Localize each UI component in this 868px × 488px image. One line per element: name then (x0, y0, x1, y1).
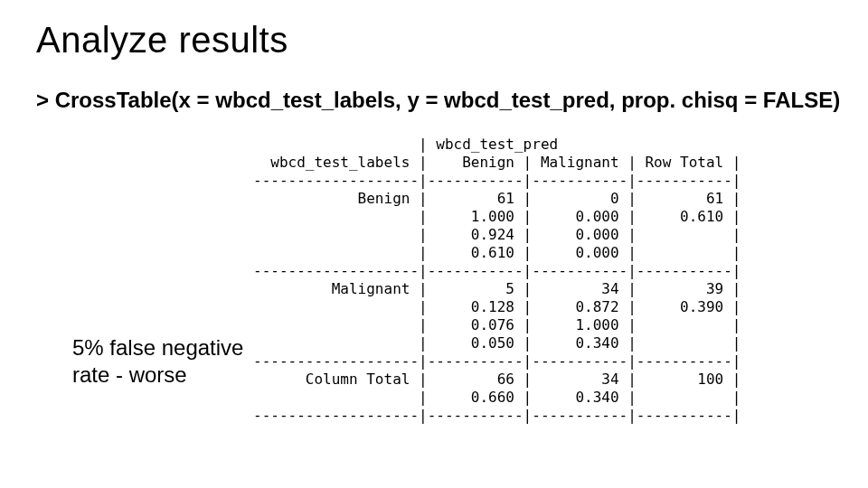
table-header-columns: wbcd_test_labels | Benign | Malignant | … (253, 154, 741, 171)
table-row: Malignant | 5 | 34 | 39 | (253, 280, 741, 297)
cross-table-output: | wbcd_test_pred wbcd_test_labels | Beni… (253, 136, 741, 425)
table-divider: -------------------|-----------|--------… (253, 172, 741, 189)
table-row: Benign | 61 | 0 | 61 | (253, 190, 741, 207)
table-header-top: | wbcd_test_pred (253, 136, 558, 153)
table-row: | 0.050 | 0.340 | | (253, 334, 741, 352)
table-row: | 0.660 | 0.340 | | (253, 389, 741, 406)
annotation-false-negative: 5% false negative rate - worse (72, 334, 271, 389)
table-row: | 0.610 | 0.000 | | (253, 244, 741, 261)
code-command: > CrossTable(x = wbcd_test_labels, y = w… (36, 87, 841, 114)
table-row: | 1.000 | 0.000 | 0.610 | (253, 208, 741, 225)
table-divider: -------------------|-----------|--------… (253, 407, 741, 424)
page-title: Analyze results (36, 20, 288, 61)
table-divider: -------------------|-----------|--------… (253, 352, 741, 370)
slide: Analyze results > CrossTable(x = wbcd_te… (0, 0, 868, 488)
table-row: | 0.924 | 0.000 | | (253, 226, 741, 243)
table-row: | 0.128 | 0.872 | 0.390 | (253, 298, 741, 315)
table-divider: -------------------|-----------|--------… (253, 262, 741, 279)
table-row: Column Total | 66 | 34 | 100 | (253, 371, 741, 388)
table-row: | 0.076 | 1.000 | | (253, 316, 741, 333)
